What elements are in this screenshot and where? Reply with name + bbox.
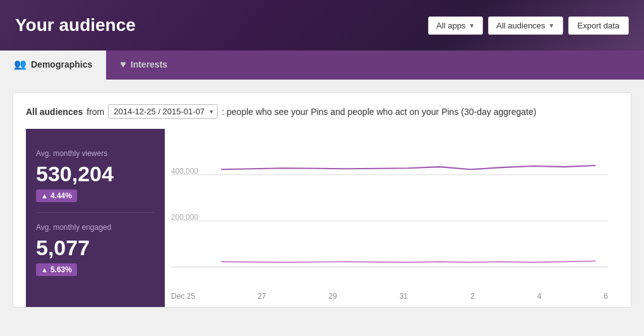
stat-viewers-badge-value: 4.44%: [51, 191, 72, 200]
all-apps-label: All apps: [436, 21, 465, 30]
up-arrow-icon: ▲: [41, 192, 48, 200]
x-label-6: 6: [604, 292, 608, 301]
tab-interests[interactable]: ♥ Interests: [106, 51, 181, 80]
svg-text:200,000: 200,000: [171, 212, 198, 221]
audience-description-text: : people who see your Pins and people wh…: [222, 107, 536, 117]
stat-engaged-badge: ▲ 5.63%: [36, 263, 77, 276]
stat-engaged: Avg. monthly engaged 5,077 ▲ 5.63%: [36, 213, 155, 286]
x-label-2: 2: [470, 292, 475, 301]
main-card: All audiences from 2014-12-25 / 2015-01-…: [13, 92, 631, 308]
line-chart: 400,000 200,000: [171, 135, 608, 287]
stat-viewers-value: 530,204: [36, 163, 155, 184]
all-apps-button[interactable]: All apps ▼: [428, 16, 483, 35]
x-label-31: 31: [400, 292, 408, 301]
tab-demographics[interactable]: 👥 Demographics: [0, 51, 106, 80]
up-arrow-icon: ▲: [41, 266, 48, 273]
all-audiences-label: All audiences: [496, 21, 545, 30]
interests-icon: ♥: [120, 59, 126, 70]
content-area: Avg. monthly viewers 530,204 ▲ 4.44% Avg…: [26, 129, 618, 307]
date-range-select[interactable]: 2014-12-25 / 2015-01-07: [108, 104, 218, 119]
chevron-down-icon: ▼: [468, 22, 475, 29]
stat-viewers-badge: ▲ 4.44%: [36, 189, 77, 202]
chart-area: 400,000 200,000 Dec 25 27 29 31 2 4 6: [165, 129, 618, 307]
x-label-27: 27: [258, 292, 266, 301]
stat-engaged-value: 5,077: [36, 237, 155, 258]
tab-demographics-label: Demographics: [31, 59, 92, 69]
header-controls: All apps ▼ All audiences ▼ Export data: [428, 16, 629, 35]
svg-text:400,000: 400,000: [171, 166, 198, 175]
stat-viewers-label: Avg. monthly viewers: [36, 149, 155, 158]
chart-x-labels: Dec 25 27 29 31 2 4 6: [171, 289, 608, 307]
tabs-bar: 👥 Demographics ♥ Interests: [0, 51, 644, 80]
x-label-4: 4: [537, 292, 542, 301]
stat-engaged-badge-value: 5.63%: [51, 265, 72, 274]
demographics-icon: 👥: [14, 58, 27, 70]
x-label-29: 29: [328, 292, 337, 301]
export-data-button[interactable]: Export data: [568, 16, 629, 35]
main-content: All audiences from 2014-12-25 / 2015-01-…: [0, 80, 644, 320]
page-title: Your audience: [15, 15, 136, 35]
stat-viewers: Avg. monthly viewers 530,204 ▲ 4.44%: [36, 139, 155, 213]
x-label-dec25: Dec 25: [171, 292, 195, 301]
from-label: from: [86, 107, 104, 117]
audience-description: All audiences from 2014-12-25 / 2015-01-…: [26, 104, 618, 119]
chevron-down-icon: ▼: [549, 22, 555, 29]
date-range-select-wrap: 2014-12-25 / 2015-01-07: [108, 104, 218, 119]
tab-interests-label: Interests: [131, 59, 167, 69]
audience-prefix: All audiences: [26, 107, 83, 117]
stats-sidebar: Avg. monthly viewers 530,204 ▲ 4.44% Avg…: [26, 129, 165, 307]
all-audiences-button[interactable]: All audiences ▼: [488, 16, 563, 35]
page-header: Your audience All apps ▼ All audiences ▼…: [0, 0, 644, 51]
stat-engaged-label: Avg. monthly engaged: [36, 223, 155, 232]
